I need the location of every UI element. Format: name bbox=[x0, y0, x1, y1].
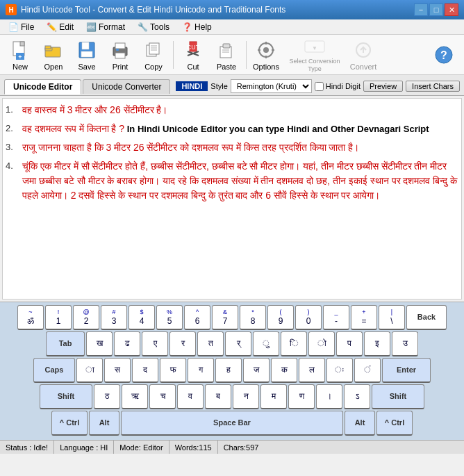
hindi-digit-checkbox[interactable] bbox=[315, 82, 324, 91]
toolbar-sep-1 bbox=[173, 41, 174, 69]
menu-file[interactable]: 📄 File bbox=[3, 21, 40, 33]
toolbar-sep-2 bbox=[246, 41, 247, 69]
key-s[interactable]: स bbox=[104, 358, 131, 383]
save-label: Save bbox=[78, 63, 95, 71]
help-button[interactable]: ? bbox=[428, 38, 460, 72]
key-r[interactable]: र bbox=[169, 331, 196, 356]
copy-label: Copy bbox=[144, 63, 163, 71]
key-e[interactable]: ए bbox=[142, 331, 168, 356]
key-v[interactable]: व bbox=[177, 384, 204, 409]
key-4[interactable]: $ 4 bbox=[129, 305, 155, 330]
key-alt-left[interactable]: Alt bbox=[89, 411, 119, 436]
key-9[interactable]: ( 9 bbox=[267, 305, 294, 330]
tab-controls: HINDI Style Remington (Kruti) Hindi Digi… bbox=[176, 79, 460, 93]
key-quote[interactable]: ं bbox=[354, 358, 381, 383]
line-num-1: 1. bbox=[6, 103, 22, 117]
paste-label: Paste bbox=[217, 63, 236, 71]
hindi-digit-label[interactable]: Hindi Digit bbox=[315, 82, 361, 91]
copy-button[interactable]: Copy bbox=[138, 38, 169, 72]
key-a[interactable]: ा bbox=[76, 358, 103, 383]
key-j[interactable]: ज bbox=[243, 358, 270, 383]
key-2[interactable]: @ 2 bbox=[73, 305, 99, 330]
key-tilde[interactable]: ~ ॐ bbox=[17, 305, 44, 330]
convert-button[interactable]: Convert bbox=[347, 38, 379, 72]
minimize-button[interactable]: − bbox=[414, 3, 428, 16]
key-equals[interactable]: + = bbox=[351, 305, 377, 330]
key-backslash[interactable]: | \ bbox=[379, 305, 405, 330]
key-minus[interactable]: _ - bbox=[323, 305, 349, 330]
select-conversion-button[interactable]: ▼ Select Conversion Type bbox=[283, 38, 346, 72]
cut-button[interactable]: CUT Cut bbox=[177, 38, 209, 72]
key-tab[interactable]: Tab bbox=[46, 331, 85, 356]
key-3[interactable]: # 3 bbox=[101, 305, 127, 330]
menu-edit[interactable]: ✏️ Edit bbox=[41, 21, 79, 33]
key-q[interactable]: ख bbox=[86, 331, 113, 356]
insert-chars-button[interactable]: Insert Chars bbox=[406, 81, 460, 92]
keyboard-section: ~ ॐ ! 1 @ 2 # 3 $ 4 % 5 ^ 6 & 7 bbox=[0, 302, 464, 440]
key-o[interactable]: ो bbox=[308, 331, 335, 356]
key-6[interactable]: ^ 6 bbox=[184, 305, 210, 330]
print-button[interactable]: Print bbox=[104, 38, 136, 72]
key-m[interactable]: म bbox=[260, 384, 287, 409]
key-0[interactable]: ) 0 bbox=[295, 305, 322, 330]
key-x[interactable]: ऋ bbox=[122, 384, 148, 409]
key-comma[interactable]: ण bbox=[288, 384, 315, 409]
key-p[interactable]: प bbox=[336, 331, 363, 356]
key-t[interactable]: त bbox=[197, 331, 224, 356]
style-select[interactable]: Remington (Kruti) bbox=[231, 79, 312, 93]
key-w[interactable]: ढ bbox=[114, 331, 140, 356]
key-ctrl-right[interactable]: ^ Ctrl bbox=[376, 411, 413, 436]
key-backspace[interactable]: Back bbox=[406, 305, 447, 330]
key-alt-right[interactable]: Alt bbox=[345, 411, 375, 436]
key-5[interactable]: % 5 bbox=[156, 305, 183, 330]
key-enter[interactable]: Enter bbox=[382, 358, 431, 383]
key-f[interactable]: फ bbox=[160, 358, 186, 383]
menu-tools[interactable]: 🔧 Tools bbox=[132, 21, 175, 33]
key-n[interactable]: न bbox=[233, 384, 259, 409]
preview-button[interactable]: Preview bbox=[363, 81, 403, 92]
key-shift-left[interactable]: Shift bbox=[40, 384, 92, 409]
key-caps[interactable]: Caps bbox=[33, 358, 75, 383]
key-b[interactable]: ब bbox=[205, 384, 231, 409]
key-1[interactable]: ! 1 bbox=[45, 305, 72, 330]
key-space[interactable]: Space Bar bbox=[121, 411, 343, 436]
menu-format[interactable]: 🔤 Format bbox=[81, 21, 131, 33]
key-u[interactable]: ु bbox=[253, 331, 279, 356]
key-ctrl-left[interactable]: ^ Ctrl bbox=[51, 411, 88, 436]
key-bracket-close[interactable]: उ bbox=[392, 331, 418, 356]
kb-row-3: Caps ा स द फ ग ह ज क ल ः ं Enter bbox=[3, 358, 461, 383]
open-icon bbox=[42, 39, 65, 61]
editor-area[interactable]: 1. वह वास्तव में 3 मीटर और 26 सेंटीमीटर … bbox=[2, 98, 462, 299]
editor-line-1: 1. वह वास्तव में 3 मीटर और 26 सेंटीमीटर … bbox=[6, 103, 458, 117]
key-g[interactable]: ग bbox=[188, 358, 214, 383]
key-semicolon[interactable]: ः bbox=[326, 358, 353, 383]
key-7[interactable]: & 7 bbox=[212, 305, 238, 330]
cut-icon: CUT bbox=[182, 39, 204, 61]
maximize-button[interactable]: □ bbox=[429, 3, 443, 16]
save-button[interactable]: Save bbox=[71, 38, 103, 72]
new-button[interactable]: + New bbox=[4, 38, 36, 72]
paste-button[interactable]: Paste bbox=[210, 38, 242, 72]
key-d[interactable]: द bbox=[132, 358, 158, 383]
key-slash[interactable]: ऽ bbox=[344, 384, 370, 409]
key-bracket-open[interactable]: इ bbox=[364, 331, 390, 356]
key-z[interactable]: ठ bbox=[94, 384, 120, 409]
key-h[interactable]: ह bbox=[215, 358, 242, 383]
key-l[interactable]: ल bbox=[299, 358, 325, 383]
key-i[interactable]: ि bbox=[281, 331, 307, 356]
key-shift-right[interactable]: Shift bbox=[372, 384, 424, 409]
tab-unicode-converter[interactable]: Unicode Converter bbox=[83, 79, 170, 94]
svg-rect-12 bbox=[115, 53, 125, 58]
open-button[interactable]: Open bbox=[38, 38, 69, 72]
menu-help[interactable]: ❓ Help bbox=[176, 21, 217, 33]
key-8[interactable]: * 8 bbox=[240, 305, 266, 330]
key-c[interactable]: च bbox=[149, 384, 176, 409]
options-icon bbox=[255, 39, 277, 61]
tab-unicode-editor[interactable]: Unicode Editor bbox=[4, 79, 81, 95]
line-content-4: चूंकि एक मीटर में सौ सेंटीमीटर होते हैं,… bbox=[22, 159, 458, 203]
key-k[interactable]: क bbox=[271, 358, 297, 383]
key-period[interactable]: । bbox=[316, 384, 342, 409]
key-y[interactable]: र् bbox=[225, 331, 251, 356]
close-button[interactable]: ✕ bbox=[445, 3, 458, 16]
options-button[interactable]: Options bbox=[250, 38, 282, 72]
